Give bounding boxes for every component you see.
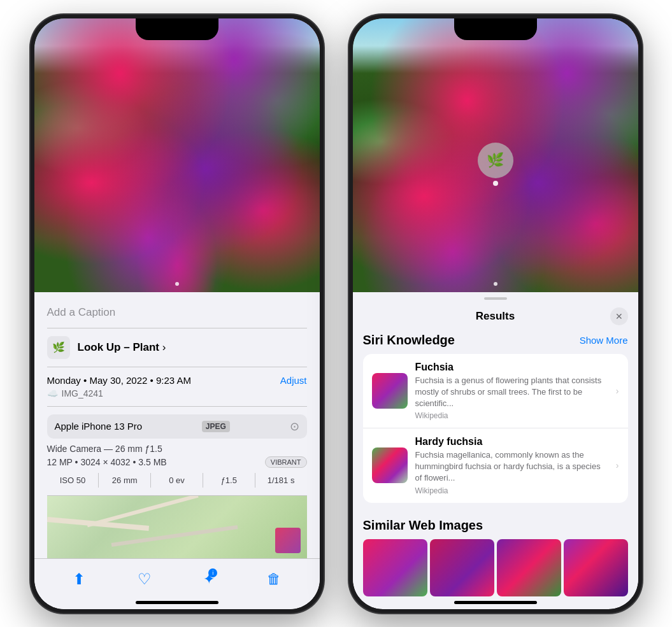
siri-knowledge-section: Siri Knowledge Show More Fuchsia xyxy=(353,333,638,511)
similar-image-2[interactable] xyxy=(430,539,494,596)
home-indicator-2 xyxy=(454,601,537,604)
hardy-desc: Fuchsia magellanica, commonly known as t… xyxy=(415,449,608,484)
visual-look-up-icon: 🌿 xyxy=(47,336,70,359)
similar-image-1[interactable] xyxy=(363,539,427,596)
photo-view-2[interactable]: 🌿 xyxy=(353,18,638,292)
siri-knowledge-header: Siri Knowledge Show More xyxy=(363,333,628,348)
fuchsia-source: Wikipedia xyxy=(415,411,608,420)
photo-view[interactable] xyxy=(34,18,320,292)
similar-image-3[interactable] xyxy=(497,539,561,596)
hardy-thumbnail xyxy=(372,447,408,483)
jpeg-badge: JPEG xyxy=(202,421,230,432)
exif-iso: ISO 50 xyxy=(47,473,99,488)
caption-field[interactable]: Add a Caption xyxy=(47,301,307,328)
drag-handle[interactable] xyxy=(484,297,507,300)
share-button[interactable]: ⬆ xyxy=(73,570,85,588)
camera-section: Apple iPhone 13 Pro JPEG ⊙ Wide Camera —… xyxy=(47,407,307,496)
fuchsia-desc: Fuchsia is a genus of flowering plants t… xyxy=(415,375,608,410)
similar-images-grid xyxy=(363,539,628,596)
cloud-icon: ☁️ xyxy=(47,388,58,398)
phone-2: 🌿 Results ✕ Siri Knowledge xyxy=(349,15,642,613)
fuchsia-name: Fuchsia xyxy=(415,362,608,373)
camera-model-row: Apple iPhone 13 Pro JPEG ⊙ xyxy=(47,414,307,439)
date-text: Monday • May 30, 2022 • 9:23 AM xyxy=(47,375,191,386)
notch-2 xyxy=(454,18,537,40)
knowledge-item-hardy[interactable]: Hardy fuchsia Fuchsia magellanica, commo… xyxy=(363,428,628,503)
siri-knowledge-title: Siri Knowledge xyxy=(363,333,455,348)
similar-image-4[interactable] xyxy=(564,539,628,596)
camera-details: Wide Camera — 26 mm ƒ1.5 xyxy=(47,444,307,454)
visual-lookup-button[interactable]: 🌿 xyxy=(478,143,513,178)
meta-section: Monday • May 30, 2022 • 9:23 AM Adjust ☁… xyxy=(47,367,307,407)
fuchsia-thumbnail xyxy=(372,373,408,409)
phone-1: Add a Caption 🌿 Look Up – Plant › Monday… xyxy=(31,15,324,613)
mp-info: 12 MP • 3024 × 4032 • 3.5 MB xyxy=(47,457,167,467)
visual-lookup-dot xyxy=(493,181,498,186)
photo-info-panel: Add a Caption 🌿 Look Up – Plant › Monday… xyxy=(34,292,320,568)
vibrant-badge: VIBRANT xyxy=(265,456,307,468)
hardy-text: Hardy fuchsia Fuchsia magellanica, commo… xyxy=(415,436,608,495)
location-icon: ⊙ xyxy=(290,419,299,433)
exif-row: ISO 50 26 mm 0 ev ƒ1.5 1/181 s xyxy=(47,473,307,488)
notch xyxy=(136,18,218,40)
knowledge-item-fuchsia[interactable]: Fuchsia Fuchsia is a genus of flowering … xyxy=(363,354,628,429)
close-button[interactable]: ✕ xyxy=(610,307,628,325)
exif-ev: 0 ev xyxy=(151,473,203,488)
results-header: Results ✕ xyxy=(353,302,638,333)
results-title: Results xyxy=(381,310,610,323)
look-up-row[interactable]: 🌿 Look Up – Plant › xyxy=(47,328,307,367)
show-more-button[interactable]: Show More xyxy=(580,335,628,346)
delete-button[interactable]: 🗑 xyxy=(267,571,281,588)
fuchsia-text: Fuchsia Fuchsia is a genus of flowering … xyxy=(415,362,608,421)
hardy-chevron-icon: › xyxy=(616,460,619,470)
fuchsia-chevron-icon: › xyxy=(616,386,619,396)
home-indicator xyxy=(136,601,218,604)
exif-shutter: 1/181 s xyxy=(255,473,307,488)
camera-model: Apple iPhone 13 Pro xyxy=(55,421,143,432)
page-indicator xyxy=(175,282,179,286)
similar-title: Similar Web Images xyxy=(363,518,628,533)
adjust-button[interactable]: Adjust xyxy=(280,375,307,386)
filename: IMG_4241 xyxy=(62,388,103,398)
hardy-source: Wikipedia xyxy=(415,486,608,495)
info-button[interactable]: ✦i xyxy=(203,571,215,588)
favorite-button[interactable]: ♡ xyxy=(138,570,152,588)
results-panel: Results ✕ Siri Knowledge Show More xyxy=(353,297,638,596)
similar-web-images-section: Similar Web Images xyxy=(353,511,638,596)
look-up-text: Look Up – Plant › xyxy=(78,341,166,354)
knowledge-card: Fuchsia Fuchsia is a genus of flowering … xyxy=(363,354,628,503)
hardy-name: Hardy fuchsia xyxy=(415,436,608,447)
exif-aperture: ƒ1.5 xyxy=(203,473,255,488)
exif-focal: 26 mm xyxy=(99,473,151,488)
page-indicator-2 xyxy=(494,282,497,286)
map-preview[interactable] xyxy=(47,496,307,560)
